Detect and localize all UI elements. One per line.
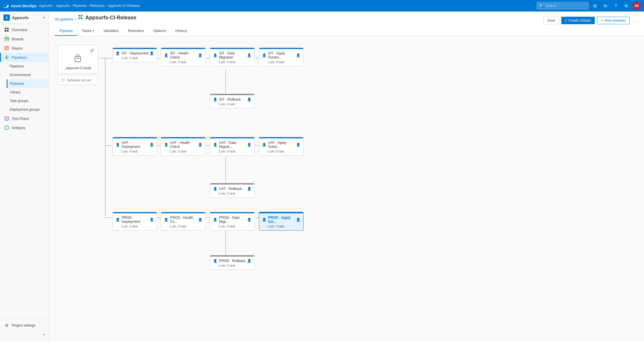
schedule-icon: 🕐 — [61, 78, 65, 82]
breadcrumb: Appsurfs / Appsurfs / Pipelines / Releas… — [39, 4, 534, 8]
stage-prod-apply-solution[interactable]: 👤 PROD - Apply Sol... 👤 1 job, 0 task — [259, 212, 304, 231]
view-releases-button[interactable]: ≡ View releases — [597, 17, 630, 24]
stage-user-prod-dm[interactable]: 👤 — [247, 218, 251, 222]
stage-title-sit-hc: SIT - Health Check — [170, 51, 198, 59]
svg-point-8 — [6, 57, 7, 58]
stage-user-uat-hc[interactable]: 👤 — [198, 143, 202, 147]
grid-icon[interactable]: ⊞ — [591, 2, 599, 10]
breadcrumb-releases[interactable]: Releases — [90, 4, 104, 8]
user-avatar[interactable]: JM — [632, 2, 641, 10]
stage-user-uat-dep[interactable]: 👤 — [150, 143, 154, 147]
breadcrumb-appsurfs1[interactable]: Appsurfs — [39, 4, 52, 8]
stage-icon-uat-hc: 👤 — [164, 143, 168, 147]
svg-rect-16 — [75, 56, 81, 62]
svg-rect-3 — [7, 30, 9, 32]
bag-icon[interactable]: 🛍 — [601, 2, 609, 10]
stage-sit-health-check[interactable]: 👤 SIT - Health Check 👤 1 job, 0 task — [161, 48, 206, 66]
sidebar-label-artifacts: Artifacts — [12, 126, 45, 130]
stage-user-prod-dep[interactable]: 👤 — [150, 218, 154, 222]
sidebar-collapse-button[interactable]: « — [0, 330, 49, 339]
save-button[interactable]: Save — [543, 17, 559, 24]
stage-prod-data-migration[interactable]: 👤 PROD - Data Migr... 👤 1 job, 0 task — [210, 212, 255, 231]
add-org-button[interactable]: + — [43, 15, 45, 20]
sidebar-item-pipelines-sub[interactable]: Pipelines — [7, 62, 49, 71]
sidebar: A Appsurfs + Overview Boards Re — [0, 12, 49, 341]
stage-icon-prod-dep: 👤 — [116, 218, 120, 222]
stage-icon-uat-dm: 👤 — [213, 143, 217, 147]
create-release-button[interactable]: + Create release — [561, 17, 595, 24]
sidebar-item-overview[interactable]: Overview — [0, 25, 49, 34]
stage-user-sit-rb[interactable]: 👤 — [247, 97, 251, 101]
page-header-actions: Save + Create release ≡ View releases ..… — [543, 17, 638, 24]
stage-subtitle-uat-hc: 1 job, 0 task — [164, 150, 202, 153]
svg-rect-1 — [7, 28, 9, 29]
pipeline-icon — [78, 14, 83, 21]
tab-variables[interactable]: Variables — [99, 26, 123, 36]
stage-user-sit-dm[interactable]: 👤 — [247, 53, 251, 57]
main-layout: A Appsurfs + Overview Boards Re — [0, 12, 644, 341]
question-icon[interactable]: ? — [612, 2, 620, 10]
stage-user-prod-rb[interactable]: 👤 — [247, 259, 251, 263]
sidebar-item-environments[interactable]: Environments — [7, 71, 49, 79]
logo[interactable]: Azure DevOps — [3, 3, 37, 9]
overview-icon — [4, 27, 9, 32]
tab-retention[interactable]: Retention — [123, 26, 149, 36]
test-plans-icon — [4, 116, 9, 121]
tab-tasks[interactable]: Tasks ▾ — [77, 26, 99, 36]
schedule-box[interactable]: 🕐 Schedule not set — [58, 75, 98, 85]
stage-sit-rollback[interactable]: 👤 SIT - Rollback 👤 1 job, 0 task — [210, 94, 255, 108]
stage-uat-apply-solution[interactable]: 👤 UAT - Apply Soluti... 👤 1 job, 0 task — [259, 137, 304, 156]
settings-icon[interactable]: ⚙ — [622, 2, 630, 10]
sidebar-item-repos[interactable]: Repos — [0, 44, 49, 53]
stage-user-uat-dm[interactable]: 👤 — [247, 143, 251, 147]
tab-pipeline[interactable]: Pipeline — [55, 26, 77, 36]
stage-user-prod-as[interactable]: 👤 — [296, 218, 300, 222]
stage-prod-health-check[interactable]: 👤 PROD - Health Ch... 👤 1 job, 0 task — [161, 212, 206, 231]
stage-icon-uat-as: 👤 — [262, 143, 266, 147]
stage-user-sit-as[interactable]: 👤 — [296, 53, 300, 57]
sidebar-item-artifacts[interactable]: Artifacts — [0, 123, 49, 132]
svg-point-18 — [77, 58, 78, 59]
stage-prod-deployment[interactable]: 👤 PROD - Deployment 👤 1 job, 0 task — [112, 212, 157, 231]
stage-sit-deployment[interactable]: 👤 SIT - Deployment 👤 1 job, 0 task — [112, 48, 157, 62]
stage-uat-health-check[interactable]: 👤 UAT - Health Check 👤 1 job, 0 task — [161, 137, 206, 156]
sidebar-item-test-plans[interactable]: Test Plans — [0, 114, 49, 123]
stage-icon-uat-dep: 👤 — [116, 143, 120, 147]
sidebar-item-releases[interactable]: Releases — [7, 79, 49, 88]
sidebar-item-project-settings[interactable]: ⚙ Project settings — [0, 321, 49, 330]
breadcrumb-pipelines[interactable]: Pipelines — [73, 4, 87, 8]
sidebar-item-deployment-groups[interactable]: Deployment groups — [7, 105, 49, 114]
sidebar-org[interactable]: A Appsurfs + — [0, 12, 49, 24]
stage-prod-rollback[interactable]: 👤 PROD - Rollback 👤 1 job, 0 task — [210, 255, 255, 270]
sidebar-label-pipelines: Pipelines — [12, 55, 45, 60]
stage-subtitle-sit-dm: 1 job, 0 task — [213, 60, 251, 64]
tab-options[interactable]: Options — [148, 26, 171, 36]
stage-user-uat-as[interactable]: 👤 — [296, 143, 300, 147]
stage-sit-apply-solution[interactable]: 👤 SIT - Apply Solutio... 👤 1 job, 0 task — [259, 48, 304, 66]
stage-user-prod-hc[interactable]: 👤 — [198, 218, 202, 222]
stage-uat-rollback[interactable]: 👤 UAT - Rollback 👤 1 job, 0 task — [210, 183, 255, 198]
stage-user-sit-hc[interactable]: 👤 — [198, 53, 202, 57]
search-box[interactable]: 🔍 Search — [537, 2, 589, 10]
sidebar-item-library[interactable]: Library — [7, 88, 49, 97]
stage-uat-deployment[interactable]: 👤 UAT - Deployment 👤 1 job, 0 task — [112, 137, 157, 156]
page-header-breadcrumb: All pipelines › Appsurfs-CI-Release — [55, 14, 136, 24]
stage-title-uat-dm: UAT - Data Migrati... — [219, 141, 247, 149]
sidebar-item-boards[interactable]: Boards — [0, 34, 49, 44]
sidebar-item-task-groups[interactable]: Task groups — [7, 97, 49, 105]
stage-user-uat-rb[interactable]: 👤 — [247, 187, 251, 191]
svg-rect-9 — [78, 15, 80, 16]
stage-sit-data-migration[interactable]: 👤 SIT - Data Migration 👤 1 job, 0 task — [210, 48, 255, 66]
stage-uat-data-migration[interactable]: 👤 UAT - Data Migrati... 👤 1 job, 0 task — [210, 137, 255, 156]
stage-user-sit-dep[interactable]: 👤 — [150, 51, 154, 55]
breadcrumb-all-pipelines[interactable]: All pipelines — [55, 17, 73, 21]
stage-subtitle-uat-dm: 1 job, 0 task — [213, 150, 251, 153]
sidebar-item-pipelines[interactable]: Pipelines — [0, 53, 49, 62]
breadcrumb-appsurfs2[interactable]: Appsurfs — [56, 4, 69, 8]
pipeline-canvas[interactable]: 🔗 _Appsurfs-CI-Build 🕐 Schedule not set — [49, 36, 644, 341]
artifact-link-icon[interactable]: 🔗 — [90, 48, 94, 52]
more-options-button[interactable]: ... — [632, 17, 638, 24]
artifact-box[interactable]: 🔗 _Appsurfs-CI-Build — [58, 45, 98, 74]
tab-history[interactable]: History — [171, 26, 191, 36]
stage-subtitle-sit-rb: 1 job, 0 task — [213, 102, 251, 106]
